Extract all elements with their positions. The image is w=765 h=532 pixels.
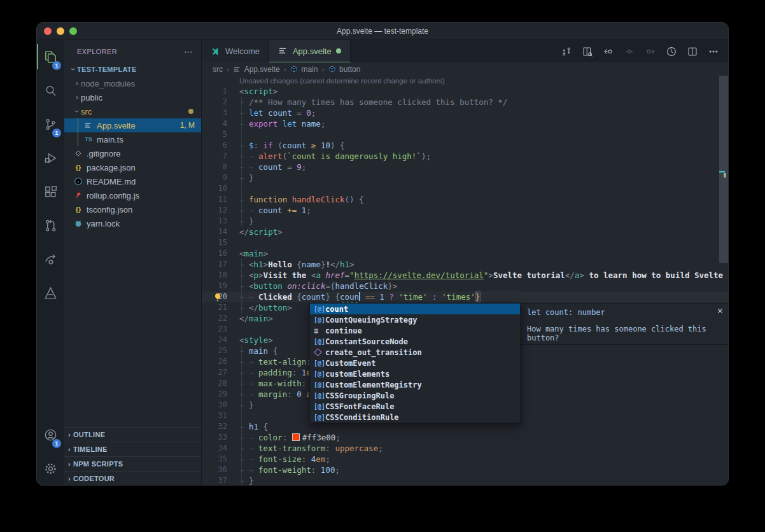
sidebar-header: EXPLORER ⋯ [64,40,201,62]
code-line[interactable]: 37→} [202,475,728,486]
suggest-item-cssfontfacerule[interactable]: [@]CSSFontFaceRule [310,401,520,412]
suggest-item-customelements[interactable]: [@]customElements [310,368,520,379]
close-icon[interactable] [716,307,724,315]
tab-welcome[interactable]: Welcome [202,40,269,62]
activity-item-account[interactable]: 1 [37,418,64,452]
code-line[interactable]: 20→→Clicked {count} {coun == 1 ? 'time' … [202,291,728,302]
editor-group: WelcomeApp.svelte src›App.svelte›main›bu… [202,40,728,486]
line-content: →→alert(`count is dangerously high!`); [227,151,431,162]
symbol-variable-icon: [@] [314,403,325,410]
tree-item-src[interactable]: ›src [64,104,201,118]
split-editor-icon[interactable] [687,46,698,57]
zoom-window-button[interactable] [69,27,77,35]
code-line[interactable]: 8→→count = 9; [202,162,728,172]
activity-item-source-control[interactable]: 1 [37,108,64,141]
code-line[interactable]: 7→→alert(`count is dangerously high!`); [202,151,728,162]
code-editor[interactable]: Unsaved changes (cannot determine recent… [202,76,728,486]
activity-item-search[interactable] [37,74,64,108]
code-line[interactable]: 1<script> [202,86,728,97]
suggest-item-cssconditionrule[interactable]: [@]CSSConditionRule [310,412,520,423]
tab-app-svelte[interactable]: App.svelte [269,40,351,62]
tree-item-package-json[interactable]: {}package.json [64,160,201,174]
code-line[interactable]: 35→→font-size: 4em; [202,454,728,465]
tree-item-label: .gitignore [87,149,120,158]
titlebar[interactable]: App.svelte — test-template [37,23,728,40]
code-line[interactable]: 12→→count += 1; [202,205,728,216]
code-line[interactable]: 19→<button on:click={handleClick}> [202,281,728,291]
code-line[interactable]: 6→$: if (count ≥ 10) { [202,140,728,151]
line-number: 31 [202,410,227,421]
lightbulb-icon[interactable] [213,292,223,302]
activity-item-extensions[interactable] [37,175,64,209]
code-line[interactable]: 18→<p>Visit the <a href="https://svelte.… [202,270,728,281]
code-line[interactable]: 34→→text-transform: uppercase; [202,443,728,454]
suggest-item-constantsourcenode[interactable]: [@]ConstantSourceNode [310,336,520,347]
code-line[interactable]: 4→export let name; [202,118,728,129]
activity-item-explorer[interactable]: 1 [37,40,64,74]
previous-change-icon[interactable] [603,46,614,57]
section-outline[interactable]: ›OUTLINE [64,427,201,442]
code-line[interactable]: 3→let count = 0; [202,108,728,118]
breadcrumb-item-main[interactable]: main [290,65,318,74]
breadcrumb-item-button[interactable]: button [328,65,360,74]
sidebar-more-actions-icon[interactable]: ⋯ [184,46,193,57]
tree-item-label: package.json [87,163,136,172]
activity-item-run-debug[interactable] [37,141,64,175]
code-line[interactable]: 11→function handleClick() { [202,194,728,205]
code-line[interactable]: 9→} [202,172,728,183]
code-line[interactable]: 33→→color: #ff3e00; [202,432,728,443]
editor-scrollbar[interactable] [719,76,728,486]
desktop: App.svelte — test-template 11 1 EXPLORER… [0,0,765,532]
chevron-right-icon: › [68,445,71,453]
open-changes-icon[interactable] [582,46,593,57]
activity-item-github-pr[interactable] [37,209,64,242]
code-line[interactable]: 5 [202,129,728,140]
code-line[interactable]: 14</script> [202,227,728,237]
tree-item-main-ts[interactable]: TSmain.ts [64,132,201,146]
compare-changes-icon[interactable] [561,46,572,57]
section-codetour[interactable]: ›CODETOUR [64,471,201,486]
section-timeline[interactable]: ›TIMELINE [64,442,201,456]
code-line[interactable]: 10 [202,183,728,194]
suggest-item-count[interactable]: [@]count [310,304,520,314]
line-content [227,237,239,248]
azure-icon [43,286,58,300]
activity-item-azure[interactable] [37,276,64,310]
line-content: </main> [227,313,273,324]
line-content: →export let name; [227,118,325,129]
tree-item-app-svelte[interactable]: App.svelte1, M [64,118,201,132]
breadcrumb-item-app-svelte[interactable]: App.svelte [233,65,280,74]
tree-item-rollup-config-js[interactable]: rollup.config.js [64,188,201,202]
code-line[interactable]: 13→} [202,216,728,227]
activity-item-live-share[interactable] [37,242,64,276]
minimize-window-button[interactable] [57,27,64,35]
code-line[interactable]: 15 [202,237,728,248]
tree-item--gitignore[interactable]: .gitignore [64,146,201,160]
suggest-item-customelementregistry[interactable]: [@]CustomElementRegistry [310,379,520,390]
more-actions-icon[interactable] [708,46,719,57]
explorer-sidebar: EXPLORER ⋯ › TEST-TEMPLATE ›node_modules… [64,40,202,486]
file-history-icon[interactable] [666,46,677,57]
line-content [227,129,239,140]
tree-item-node-modules[interactable]: ›node_modules [64,76,201,90]
suggest-item-countqueuingstrategy[interactable]: [@]CountQueuingStrategy [310,314,520,325]
tree-root-test-template[interactable]: › TEST-TEMPLATE [64,62,201,76]
code-line[interactable]: 16<main> [202,248,728,259]
section-label: TIMELINE [73,445,108,453]
tree-item-tsconfig-json[interactable]: {}tsconfig.json [64,202,201,216]
tree-item-readme-md[interactable]: README.md [64,174,201,188]
suggest-item-continue[interactable]: ≡continue [310,325,520,336]
scrollbar-thumb[interactable] [719,76,728,263]
code-line[interactable]: 2→/** How many times has someone clicked… [202,97,728,108]
code-line[interactable]: 36→→font-weight: 100; [202,465,728,475]
suggest-item-customevent[interactable]: [@]CustomEvent [310,358,520,368]
activity-item-settings[interactable] [37,452,64,486]
tree-item-yarn-lock[interactable]: yarn.lock [64,216,201,230]
breadcrumb-item-src[interactable]: src [213,65,223,74]
suggest-item-create_out_transition[interactable]: create_out_transition [310,347,520,358]
close-window-button[interactable] [44,27,52,35]
tree-item-public[interactable]: ›public [64,90,201,104]
code-line[interactable]: 17→<h1>Hello {name}!</h1> [202,259,728,270]
suggest-item-cssgroupingrule[interactable]: [@]CSSGroupingRule [310,390,520,401]
section-npm-scripts[interactable]: ›NPM SCRIPTS [64,456,201,471]
